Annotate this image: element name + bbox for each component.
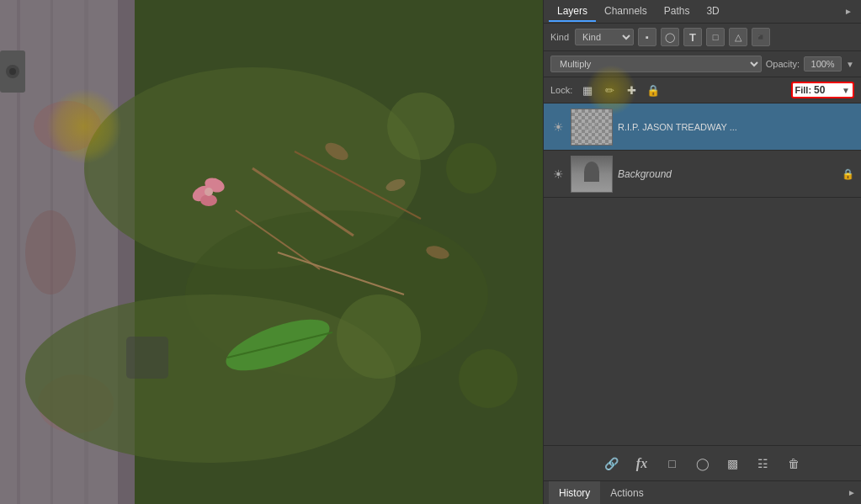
lock-position-button[interactable]: ✚ (623, 82, 640, 98)
tab-history[interactable]: History (549, 481, 600, 504)
mask-button[interactable]: □ (663, 454, 682, 473)
layer-name: R.I.P. JASON TREADWAY ... (618, 122, 854, 132)
svg-point-27 (446, 143, 497, 194)
blend-mode-select[interactable]: Multiply Normal Screen Overlay (550, 56, 762, 72)
svg-point-15 (25, 294, 396, 463)
layer-visibility-toggle[interactable]: ☀ (550, 167, 566, 182)
history-menu-button[interactable]: ► (848, 488, 856, 497)
layer-item[interactable]: ☀ Background 🔒 (544, 151, 861, 198)
canvas-area (0, 0, 543, 504)
svg-point-18 (200, 194, 217, 206)
layer-thumbnail (571, 156, 613, 193)
shape-filter-button[interactable]: □ (706, 28, 725, 46)
layer-name: Background (618, 168, 837, 180)
lock-label: Lock: (550, 85, 572, 95)
tab-paths[interactable]: Paths (656, 2, 699, 22)
history-actions-bar: History Actions ► (544, 480, 861, 504)
lock-transparency-button[interactable]: ▦ (579, 82, 596, 98)
fx-button[interactable]: fx (633, 454, 651, 473)
opacity-arrow[interactable]: ▼ (846, 60, 854, 69)
svg-point-19 (205, 188, 213, 196)
opacity-label: Opacity: (766, 59, 800, 69)
layer-visibility-toggle[interactable]: ☀ (550, 119, 566, 135)
lock-all-button[interactable]: 🔒 (645, 82, 662, 98)
lock-image-button[interactable]: ✏ (601, 82, 618, 98)
fill-label: Fill: (795, 85, 812, 95)
bottom-bar: 🔗 fx □ ◯ ▩ ☷ 🗑 (544, 445, 861, 480)
svg-rect-33 (126, 337, 168, 379)
smartobj-filter-button[interactable]: △ (729, 28, 747, 46)
layers-list: ☀ R.I.P.TEXT R.I.P. JASON TREADWAY ... ☀ (544, 103, 861, 445)
tab-layers[interactable]: Layers (549, 2, 596, 22)
opacity-input[interactable] (804, 56, 842, 72)
tab-actions[interactable]: Actions (600, 481, 653, 504)
svg-point-28 (337, 294, 421, 379)
right-panel: Layers Channels Paths 3D ► Kind Kind ▪ ◯… (543, 0, 861, 504)
tab-3d[interactable]: 3D (698, 2, 727, 22)
svg-point-12 (9, 68, 16, 75)
layer-item[interactable]: ☀ R.I.P.TEXT R.I.P. JASON TREADWAY ... (544, 103, 861, 151)
tab-channels[interactable]: Channels (596, 2, 656, 22)
svg-point-26 (387, 93, 454, 160)
layers-panel: Layers Channels Paths 3D ► Kind Kind ▪ ◯… (544, 0, 861, 480)
blend-row: Multiply Normal Screen Overlay Opacity: … (544, 51, 861, 77)
delete-layer-button[interactable]: 🗑 (784, 454, 803, 473)
group-button[interactable]: ▩ (724, 454, 742, 473)
kind-label: Kind (550, 32, 569, 42)
layer-thumbnail: R.I.P.TEXT (571, 109, 613, 146)
lock-row: Lock: ▦ ✏ ✚ 🔒 Fill: ▼ (544, 77, 861, 103)
fill-input[interactable] (814, 84, 839, 96)
type-filter-button[interactable]: T (683, 28, 702, 46)
link-layers-button[interactable]: 🔗 (603, 454, 621, 473)
adjustment-filter-button[interactable]: ◯ (661, 28, 679, 46)
panel-tabs: Layers Channels Paths 3D ► (544, 0, 861, 24)
kind-select[interactable]: Kind (575, 29, 634, 45)
extra-filter-button[interactable]: ◾ (752, 28, 770, 46)
panel-menu-button[interactable]: ► (841, 4, 856, 19)
adjustment-button[interactable]: ◯ (694, 454, 712, 473)
svg-point-8 (25, 210, 76, 294)
fill-arrow[interactable]: ▼ (842, 86, 850, 95)
kind-row: Kind Kind ▪ ◯ T □ △ ◾ (544, 24, 861, 51)
new-layer-button[interactable]: ☷ (754, 454, 773, 473)
pixel-filter-button[interactable]: ▪ (638, 28, 656, 46)
fill-group: Fill: ▼ (791, 82, 854, 98)
svg-point-29 (459, 349, 518, 408)
layer-lock-icon: 🔒 (842, 168, 854, 180)
